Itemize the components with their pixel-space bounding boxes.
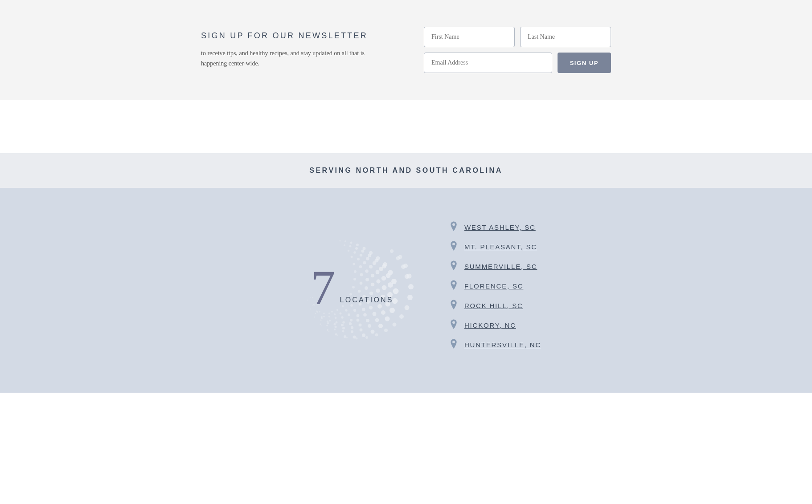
svg-point-135 (399, 314, 404, 319)
newsletter-title: SIGN UP FOR OUR NEWSLETTER (201, 31, 388, 41)
location-pin-icon (449, 280, 458, 292)
svg-point-143 (328, 331, 330, 332)
svg-point-145 (390, 249, 394, 253)
svg-point-54 (362, 247, 365, 250)
svg-point-99 (335, 317, 337, 319)
svg-point-82 (342, 321, 345, 324)
svg-point-14 (320, 323, 321, 325)
svg-point-119 (350, 256, 353, 258)
location-link[interactable]: SUMMERVILLE, SC (464, 263, 537, 270)
svg-point-63 (356, 319, 359, 322)
svg-point-100 (328, 316, 330, 317)
svg-point-89 (360, 254, 363, 257)
svg-point-88 (355, 247, 358, 250)
svg-point-25 (375, 318, 379, 322)
email-row: SIGN UP (424, 53, 611, 73)
svg-point-139 (365, 336, 368, 339)
email-input[interactable] (424, 53, 552, 73)
svg-point-102 (344, 240, 346, 242)
svg-point-153 (452, 301, 455, 304)
newsletter-section: SIGN UP FOR OUR NEWSLETTER to receive ti… (0, 0, 812, 100)
svg-point-66 (333, 323, 336, 325)
svg-point-28 (351, 330, 353, 333)
svg-point-147 (401, 264, 406, 269)
svg-point-45 (358, 324, 361, 327)
svg-point-65 (341, 324, 344, 326)
svg-point-149 (452, 223, 455, 226)
list-item[interactable]: MT. PLEASANT, SC (449, 241, 541, 252)
svg-point-47 (342, 327, 345, 329)
svg-point-9 (362, 333, 365, 337)
svg-point-6 (385, 317, 390, 321)
svg-point-133 (407, 295, 413, 300)
svg-point-17 (307, 300, 308, 301)
location-pin-icon (449, 241, 458, 252)
first-name-input[interactable] (424, 27, 515, 47)
svg-point-104 (353, 251, 356, 254)
svg-point-62 (363, 313, 367, 317)
location-link[interactable]: WEST ASHLEY, SC (464, 224, 536, 231)
svg-point-148 (405, 274, 410, 279)
svg-point-85 (323, 316, 325, 317)
svg-point-72 (361, 250, 364, 253)
svg-point-113 (339, 313, 341, 315)
svg-point-98 (341, 316, 343, 318)
svg-point-67 (327, 321, 329, 323)
svg-point-155 (452, 341, 455, 343)
svg-point-154 (452, 321, 455, 324)
location-link[interactable]: HUNTERSVILLE, NC (464, 341, 541, 349)
svg-point-138 (375, 333, 378, 337)
location-pin-icon (449, 300, 458, 311)
svg-point-97 (348, 313, 350, 316)
svg-point-141 (346, 337, 348, 338)
location-pin-icon (449, 221, 458, 233)
newsletter-description: to receive tips, and healthy recipes, an… (201, 49, 388, 69)
locations-number: 7 (311, 263, 336, 312)
list-item[interactable]: HICKORY, NC (449, 319, 541, 331)
location-link[interactable]: ROCK HILL, SC (464, 302, 523, 309)
svg-point-8 (370, 330, 374, 334)
svg-point-64 (349, 322, 352, 325)
svg-point-68 (321, 316, 323, 318)
signup-button[interactable]: SIGN UP (558, 53, 611, 73)
last-name-input[interactable] (520, 27, 611, 47)
svg-point-151 (452, 262, 455, 265)
list-item[interactable]: SUMMERVILLE, SC (449, 260, 541, 272)
location-link[interactable]: MT. PLEASANT, SC (464, 243, 537, 251)
location-pin-icon (449, 319, 458, 331)
svg-point-43 (372, 312, 376, 316)
svg-point-46 (351, 326, 353, 329)
list-item[interactable]: FLORENCE, SC (449, 280, 541, 292)
location-link[interactable]: FLORENCE, SC (464, 282, 523, 290)
svg-point-117 (344, 244, 345, 246)
svg-point-30 (334, 329, 336, 330)
svg-point-44 (366, 319, 369, 322)
svg-point-150 (452, 243, 455, 245)
svg-point-136 (392, 323, 396, 327)
name-row (424, 27, 611, 47)
list-item[interactable]: HUNTERSVILLE, NC (449, 339, 541, 350)
svg-point-105 (357, 258, 360, 260)
locations-section: 7 LOCATIONS WEST ASHLEY, SC MT. PLEASANT… (0, 188, 812, 393)
locations-graphic: 7 LOCATIONS (271, 215, 414, 357)
svg-point-32 (320, 319, 322, 321)
svg-point-10 (353, 336, 356, 339)
svg-point-83 (335, 321, 337, 324)
svg-point-152 (452, 282, 455, 285)
svg-point-144 (321, 325, 322, 326)
svg-point-26 (368, 324, 371, 328)
location-link[interactable]: HICKORY, NC (464, 321, 516, 329)
svg-point-71 (356, 244, 359, 246)
location-pin-icon (449, 260, 458, 272)
list-item[interactable]: ROCK HILL, SC (449, 300, 541, 311)
locations-label-text: LOCATIONS (340, 296, 394, 312)
newsletter-form: SIGN UP (424, 27, 611, 73)
svg-point-134 (404, 305, 409, 310)
svg-point-142 (336, 334, 338, 336)
svg-point-116 (339, 240, 340, 241)
svg-point-15 (314, 317, 315, 318)
list-item[interactable]: WEST ASHLEY, SC (449, 221, 541, 233)
svg-point-80 (357, 314, 360, 317)
svg-point-29 (342, 330, 344, 333)
svg-point-87 (350, 242, 352, 244)
